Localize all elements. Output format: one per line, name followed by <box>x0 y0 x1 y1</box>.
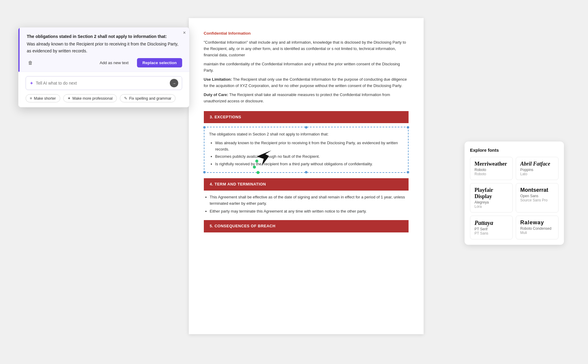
use-limitation-label: Use Limitation: <box>204 77 232 82</box>
font-card-montserrat[interactable]: Montserrat Open Sans Source Sans Pro <box>516 183 558 213</box>
professional-icon: ✦ <box>67 96 71 101</box>
duty-of-care-label: Duty of Care: <box>204 92 229 97</box>
font-pattaya-sub2: PT Sans <box>474 231 508 235</box>
section3-item-2: Is rightfully received by the Recipient … <box>215 161 403 167</box>
section3-list: Was already known to the Recipient prior… <box>215 140 403 167</box>
font-raleway-sub1: Roboto Condensed <box>520 226 554 231</box>
section4-item-0: This Agreement shall be effective as of … <box>210 194 409 207</box>
trash-button[interactable]: 🗑 <box>27 59 34 67</box>
font-card-pattaya[interactable]: Pattaya PT Serif PT Sans <box>470 216 513 239</box>
ai-result-content: The obligations stated in Section 2 shal… <box>18 27 189 54</box>
ai-popup-actions: 🗑 Add as new text Replace selection <box>18 54 189 72</box>
duty-of-care: Duty of Care: The Recipient shall take a… <box>204 92 409 104</box>
section-5-block: 5. CONSEQUENCES OF BREACH <box>204 220 409 232</box>
font-abril-sub2: Lato <box>520 172 554 176</box>
ai-chips-area: ≡ Make shorter ✦ Make more professional … <box>18 94 189 107</box>
ai-input-area: ✦ → <box>18 72 189 94</box>
font-montserrat-sub1: Open Sans <box>520 194 554 198</box>
conf-info-section: Confidential Information "Confidential I… <box>204 30 409 107</box>
font-pattaya-sub1: PT Serif <box>474 227 508 231</box>
fonts-panel-title: Explore fonts <box>470 148 558 153</box>
font-card-merriweather[interactable]: Merriweather Roboto Roboto <box>470 157 513 180</box>
font-merriweather-sub2: Roboto <box>474 172 508 176</box>
text-selection-box: The obligations stated in Section 2 shal… <box>204 127 409 173</box>
font-montserrat-name: Montserrat <box>520 187 554 193</box>
replace-selection-button[interactable]: Replace selection <box>137 58 182 67</box>
font-card-raleway[interactable]: Raleway Roboto Condensed Muli <box>516 216 558 239</box>
spelling-icon: ✎ <box>124 96 127 101</box>
add-as-new-text-button[interactable]: Add as new text <box>96 59 132 67</box>
font-merriweather-name: Merriweather <box>474 161 508 167</box>
sparkle-icon: ✦ <box>30 80 33 86</box>
font-montserrat-sub2: Source Sans Pro <box>520 198 554 202</box>
section-4-header: 4. TERM AND TERMINATION <box>204 178 409 191</box>
chip-shorter-label: Make shorter <box>34 96 56 101</box>
ai-result-line1: The obligations stated in Section 2 shal… <box>27 34 182 39</box>
conf-info-body2: maintain the confidentiality of the Conf… <box>204 61 409 74</box>
section-3-block: 3. EXCEPTIONS The obligations stated in … <box>204 111 409 173</box>
chip-fix-spelling[interactable]: ✎ Fix spelling and grammar <box>120 94 176 102</box>
chip-make-shorter[interactable]: ≡ Make shorter <box>26 94 60 102</box>
document-page: Confidential Information "Confidential I… <box>189 18 424 334</box>
use-limitation-text: The Recipient shall only use the Confide… <box>204 77 407 88</box>
ai-result-line2: Was already known to the Recipient prior… <box>27 41 182 54</box>
section4-item-1: Either party may terminate this Agreemen… <box>210 208 409 215</box>
close-button[interactable]: × <box>183 30 186 35</box>
font-raleway-name: Raleway <box>520 219 554 226</box>
font-abril-name: Abril Fatface <box>520 161 554 167</box>
ai-popup[interactable]: × The obligations stated in Section 2 sh… <box>18 27 190 107</box>
section3-item-1: Becomes publicly available through no fa… <box>215 154 403 160</box>
section-4-block: 4. TERM AND TERMINATION This Agreement s… <box>204 178 409 215</box>
font-card-playfair[interactable]: Playfair Display Alegreya Lora <box>470 183 513 213</box>
fonts-panel: Explore fonts Merriweather Roboto Roboto… <box>465 142 564 245</box>
ai-input-wrapper: ✦ → <box>26 76 182 90</box>
handle-bottom-mid[interactable] <box>305 171 307 173</box>
handle-top-mid[interactable] <box>305 126 307 129</box>
section3-intro: The obligations stated in Section 2 shal… <box>209 131 403 137</box>
section-5-header: 5. CONSEQUENCES OF BREACH <box>204 220 409 232</box>
font-playfair-sub2: Lora <box>474 204 508 209</box>
chip-make-professional[interactable]: ✦ Make more professional <box>63 94 117 102</box>
send-button[interactable]: → <box>170 79 178 87</box>
fonts-grid: Merriweather Roboto Roboto Abril Fatface… <box>470 157 558 239</box>
handle-top-right[interactable] <box>407 126 409 129</box>
font-abril-sub1: Poppins <box>520 168 554 172</box>
font-raleway-sub2: Muli <box>520 231 554 235</box>
handle-bottom-right[interactable] <box>407 171 409 173</box>
use-limitation: Use Limitation: The Recipient shall only… <box>204 76 409 89</box>
conf-info-header: Confidential Information <box>204 30 409 37</box>
chip-spelling-label: Fix spelling and grammar <box>129 96 171 101</box>
font-playfair-name: Playfair Display <box>474 187 508 200</box>
font-playfair-sub1: Alegreya <box>474 200 508 204</box>
conf-info-body1: "Confidential Information" shall include… <box>204 39 409 58</box>
handle-top-left[interactable] <box>203 126 206 129</box>
duty-of-care-text: The Recipient shall take all reasonable … <box>204 92 390 103</box>
section-3-header: 3. EXCEPTIONS <box>204 111 409 123</box>
font-merriweather-sub1: Roboto <box>474 168 508 172</box>
section4-list: This Agreement shall be effective as of … <box>210 194 409 215</box>
font-card-abril[interactable]: Abril Fatface Poppins Lato <box>516 157 558 180</box>
shorter-icon: ≡ <box>30 96 32 101</box>
chip-professional-label: Make more professional <box>73 96 113 101</box>
ai-input[interactable] <box>36 81 167 86</box>
handle-bottom-left[interactable] <box>203 171 206 173</box>
font-pattaya-name: Pattaya <box>474 219 508 226</box>
section3-item-0: Was already known to the Recipient prior… <box>215 140 403 153</box>
